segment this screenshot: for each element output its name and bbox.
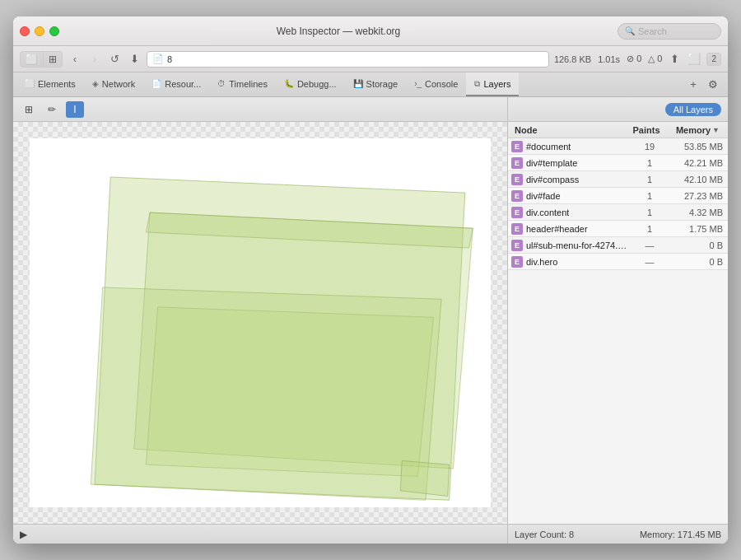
traffic-lights (20, 26, 59, 36)
layer-row[interactable]: E div#compass 1 42.10 MB (508, 171, 728, 188)
expand-arrow[interactable]: ▶ (20, 529, 27, 540)
layer-memory-cell: 4.32 MB (670, 208, 728, 217)
toolbar-info: 126.8 KB 1.01s ⊘ 0 △ 0 (554, 54, 663, 64)
node-icon: E (511, 174, 523, 185)
download-button[interactable]: ⬇ (127, 52, 142, 67)
node-icon: E (511, 207, 523, 218)
layer-node-cell: E div.content (508, 207, 629, 218)
grid-view-button[interactable]: ⊞ (20, 101, 38, 118)
tab-debugger[interactable]: 🐛 Debugg... (276, 72, 345, 96)
layer-row[interactable]: E div#fade 1 27.23 MB (508, 188, 728, 204)
back-button[interactable]: ‹ (68, 52, 82, 67)
layer-row[interactable]: E header#header 1 1.75 MB (508, 221, 728, 237)
svg-marker-5 (400, 460, 449, 496)
devtools-tabs: ⬜ Elements ◈ Network 📄 Resour... ⏱ Timel… (13, 72, 728, 97)
console-icon: ›_ (414, 79, 422, 88)
search-placeholder: Search (638, 26, 667, 36)
layers-toolbar: All Layers (508, 97, 728, 122)
layer-memory-cell: 0 B (670, 257, 728, 267)
node-icon: E (511, 141, 523, 152)
main-window: Web Inspector — webkit.org 🔍 Search ⬜ ⊞ … (13, 16, 728, 544)
reload-button[interactable]: ↺ (107, 52, 122, 67)
layers-table-header: Node Paints Memory ▼ (508, 122, 728, 138)
layer-paints-cell: 1 (629, 158, 670, 168)
elements-icon: ⬜ (25, 79, 35, 88)
layer-paints-cell: 19 (629, 142, 670, 152)
layer-count: Layer Count: 8 (515, 530, 574, 539)
maximize-button[interactable] (49, 26, 59, 36)
node-icon: E (511, 223, 523, 235)
select-button[interactable]: I (66, 101, 84, 118)
layer-node-cell: E header#header (508, 223, 629, 235)
tab-overview[interactable]: ⊞ (44, 52, 62, 67)
devtools-tabs-actions: + ⚙ (685, 72, 725, 96)
node-label: ul#sub-menu-for-4274.sub-... (526, 240, 629, 250)
layer-memory-cell: 42.10 MB (670, 175, 728, 184)
all-layers-button[interactable]: All Layers (665, 103, 721, 116)
titlebar-right: 🔍 Search (618, 23, 721, 40)
svg-marker-3 (146, 307, 433, 477)
minimize-button[interactable] (35, 26, 44, 36)
layer-visualization (13, 122, 507, 524)
layer-node-cell: E div#template (508, 157, 629, 169)
settings-button[interactable]: ⚙ (705, 77, 721, 93)
layer-node-cell: E ul#sub-menu-for-4274.sub-... (508, 240, 629, 251)
layer-row[interactable]: E div.content 1 4.32 MB (508, 204, 728, 221)
layer-row[interactable]: E div#template 1 42.21 MB (508, 155, 728, 171)
search-box[interactable]: 🔍 Search (618, 23, 721, 40)
devtools-toggle[interactable]: ⬜ (687, 52, 701, 67)
tab-network[interactable]: ◈ Network (84, 72, 143, 96)
tab-resources-label: Resour... (165, 79, 201, 89)
share-icon[interactable]: ⬆ (667, 52, 682, 67)
search-icon: 🔍 (625, 26, 635, 35)
layer-memory-cell: 27.23 MB (670, 191, 728, 201)
node-label: div#template (526, 158, 577, 168)
layer-node-cell: E div#compass (508, 174, 629, 185)
layer-paints-cell: 1 (629, 224, 670, 234)
sidebar-toggle[interactable]: ⬜ (21, 52, 44, 67)
address-bar[interactable]: 📄 8 (147, 51, 549, 68)
layers-icon: ⧉ (474, 79, 480, 89)
layer-paints-cell: 1 (629, 191, 670, 201)
errors: ⊘ 0 (627, 54, 641, 64)
layer-memory-cell: 0 B (670, 240, 728, 250)
layer-memory-cell: 1.75 MB (670, 224, 728, 234)
forward-button[interactable]: › (87, 52, 102, 67)
add-tab-button[interactable]: + (685, 77, 701, 93)
tab-network-label: Network (102, 79, 135, 89)
canvas-area: ⊞ ✏ I (13, 97, 507, 544)
window-controls: ⬜ ⊞ (20, 51, 63, 68)
share-count: 2 (706, 53, 721, 66)
canvas-viewport[interactable] (13, 122, 507, 524)
sort-arrow-icon: ▼ (712, 126, 720, 134)
tab-layers[interactable]: ⧉ Layers (466, 72, 519, 96)
close-button[interactable] (20, 26, 30, 36)
pencil-button[interactable]: ✏ (43, 101, 61, 118)
tab-timelines[interactable]: ⏱ Timelines (209, 72, 276, 96)
page-icon: 📄 (152, 54, 164, 64)
tab-console-label: Console (425, 79, 458, 89)
layers-table: E #document 19 53.85 MB E div#template 1… (508, 138, 728, 524)
layers-toolbar-right: All Layers (665, 103, 721, 116)
layer-node-cell: E #document (508, 141, 629, 152)
browser-toolbar: ⬜ ⊞ ‹ › ↺ ⬇ 📄 8 126.8 KB 1.01s ⊘ 0 △ 0 ⬆… (13, 46, 728, 72)
tabs-count: 8 (167, 54, 172, 64)
layer-row[interactable]: E ul#sub-menu-for-4274.sub-... — 0 B (508, 237, 728, 254)
tab-elements[interactable]: ⬜ Elements (16, 72, 84, 96)
column-node-header: Node (511, 125, 626, 135)
layer-row[interactable]: E div.hero — 0 B (508, 254, 728, 270)
tab-layers-label: Layers (483, 79, 510, 89)
node-label: div.hero (526, 257, 557, 267)
storage-icon: 💾 (353, 79, 363, 88)
tab-storage[interactable]: 💾 Storage (345, 72, 407, 96)
tab-console[interactable]: ›_ Console (406, 72, 466, 96)
tab-resources[interactable]: 📄 Resour... (143, 72, 209, 96)
layer-memory-cell: 42.21 MB (670, 158, 728, 168)
layer-paints-cell: — (629, 257, 670, 267)
layer-row[interactable]: E #document 19 53.85 MB (508, 138, 728, 155)
titlebar: Web Inspector — webkit.org 🔍 Search (13, 16, 728, 46)
node-icon: E (511, 190, 523, 202)
file-size: 126.8 KB (554, 54, 591, 64)
load-time: 1.01s (598, 54, 620, 64)
tab-elements-label: Elements (38, 79, 76, 89)
